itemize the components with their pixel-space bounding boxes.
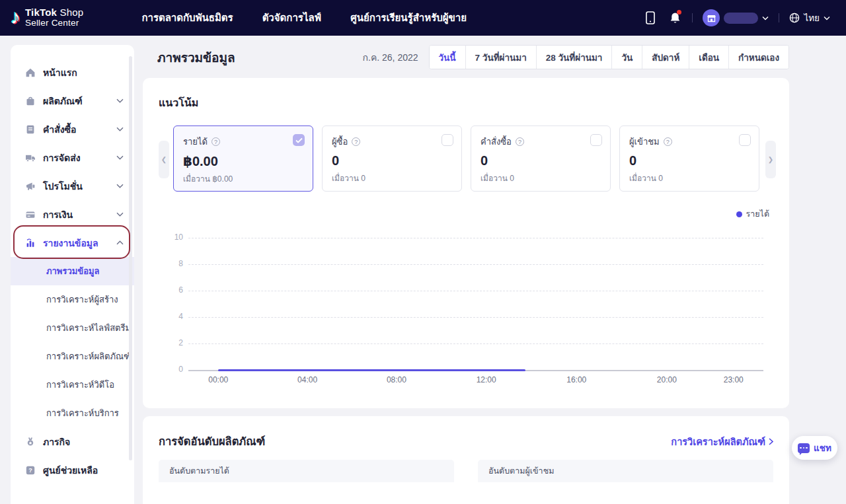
metric-value: 0 <box>481 153 601 168</box>
megaphone-icon <box>25 181 36 192</box>
x-tick: 08:00 <box>387 375 406 384</box>
trend-title: แนวโน้ม <box>159 94 198 111</box>
bag-icon <box>25 96 36 106</box>
gridline <box>188 291 763 291</box>
nav-seller-learning-center[interactable]: ศูนย์การเรียนรู้สำหรับผู้ขาย <box>350 10 467 26</box>
sidebar-item-label: รายงานข้อมูล <box>43 236 98 250</box>
truck-icon <box>25 153 36 163</box>
order-icon <box>25 124 36 135</box>
help-icon[interactable]: ? <box>352 137 360 146</box>
bar-chart-icon <box>25 238 36 248</box>
tiktok-shop-logo[interactable]: ♪ TikTok Shop Seller Center <box>11 7 83 28</box>
metric-card-revenue[interactable]: รายได้? ฿0.00 เมื่อวาน ฿0.00 <box>173 126 313 192</box>
chat-label: แชท <box>814 441 831 455</box>
sidebar-item-products[interactable]: ผลิตภัณฑ์ <box>11 87 134 115</box>
sidebar-item-help-center[interactable]: ? ศูนย์ช่วยเหลือ <box>11 456 134 484</box>
sidebar-item-shipping[interactable]: การจัดส่ง <box>11 143 134 172</box>
cards-scroll-right-button[interactable]: ❯ <box>765 141 776 178</box>
gridline <box>188 343 763 344</box>
y-tick: 0 <box>159 365 183 374</box>
language-selector[interactable]: ไทย <box>789 11 830 25</box>
mobile-app-icon[interactable] <box>643 11 658 25</box>
cards-scroll-left-button[interactable]: ❮ <box>159 141 169 178</box>
metric-value: ฿0.00 <box>183 153 303 169</box>
chevron-right-icon <box>769 438 773 445</box>
logo-subtitle: Seller Center <box>25 18 83 28</box>
metric-yesterday: เมื่อวาน 0 <box>332 172 452 184</box>
y-tick: 8 <box>159 259 183 268</box>
range-last28-button[interactable]: 28 วันที่ผ่านมา <box>536 46 612 69</box>
divider <box>779 13 779 22</box>
notification-bell-icon[interactable] <box>668 11 682 25</box>
table-header: อันดับตามรายได้ <box>159 460 454 482</box>
buyers-checkbox[interactable] <box>442 134 453 146</box>
home-icon <box>25 67 36 78</box>
sidebar-item-label: ศูนย์ช่วยเหลือ <box>43 463 98 478</box>
x-tick: 23:00 <box>724 375 744 384</box>
metric-card-buyers[interactable]: ผู้ซื้อ? 0 เมื่อวาน 0 <box>322 126 462 192</box>
chevron-down-icon <box>762 16 769 20</box>
legend-label: รายได้ <box>746 207 769 221</box>
x-tick: 12:00 <box>477 375 496 384</box>
chart-legend: รายได้ <box>736 207 769 221</box>
logo-shop: Shop <box>60 7 84 18</box>
ranking-title: การจัดอันดับผลิตภัณฑ์ <box>159 433 265 450</box>
sidebar-item-finance[interactable]: การเงิน <box>11 200 134 229</box>
y-tick: 2 <box>159 338 183 347</box>
help-icon[interactable]: ? <box>516 137 524 146</box>
sidebar-item-orders[interactable]: คำสั่งซื้อ <box>11 115 134 143</box>
sidebar-item-label: หน้าแรก <box>43 65 77 80</box>
chevron-down-icon <box>116 184 124 188</box>
range-last7-button[interactable]: 7 วันที่ผ่านมา <box>465 46 536 69</box>
sidebar-item-label: การจัดส่ง <box>43 151 81 165</box>
product-ranking-panel: การจัดอันดับผลิตภัณฑ์ การวิเคราะห์ผลิตภั… <box>143 416 789 504</box>
range-today-button[interactable]: วันนี้ <box>430 46 465 69</box>
card-icon <box>25 209 36 220</box>
sidebar-subitem-livestream-analytics[interactable]: การวิเคราะห์ไลฟ์สตรีม <box>11 314 134 342</box>
gridline <box>188 264 763 265</box>
range-day-button[interactable]: วัน <box>611 46 642 69</box>
metric-card-visitors[interactable]: ผู้เข้าชม? 0 เมื่อวาน 0 <box>619 126 759 192</box>
range-custom-button[interactable]: กำหนดเอง <box>728 46 788 69</box>
metric-value: 0 <box>629 153 750 168</box>
sidebar-subitem-video-analytics[interactable]: การวิเคราะห์วิดีโอ <box>11 371 134 399</box>
table-body <box>478 482 773 504</box>
sidebar-scrollbar[interactable] <box>129 56 132 460</box>
range-week-button[interactable]: สัปดาห์ <box>642 46 689 69</box>
chevron-down-icon <box>116 98 124 103</box>
ranking-table-by-revenue: อันดับตามรายได้ <box>159 460 454 504</box>
metric-card-orders[interactable]: คำสั่งซื้อ? 0 เมื่อวาน 0 <box>471 126 611 192</box>
sidebar-subitem-service-analytics[interactable]: การวิเคราะห์บริการ <box>11 399 134 427</box>
sidebar-subitem-creator-analytics[interactable]: การวิเคราะห์ผู้สร้าง <box>11 285 134 314</box>
sidebar-subitem-data-overview[interactable]: ภาพรวมข้อมูล <box>11 257 134 285</box>
product-analytics-link[interactable]: การวิเคราะห์ผลิตภัณฑ์ <box>671 434 773 449</box>
help-icon: ? <box>25 465 36 476</box>
sidebar-subitem-product-analytics[interactable]: การวิเคราะห์ผลิตภัณฑ์ <box>11 342 134 371</box>
y-tick: 6 <box>159 285 183 295</box>
chat-button[interactable]: แชท <box>792 436 837 460</box>
current-date: ก.ค. 26, 2022 <box>363 50 418 65</box>
notification-badge <box>677 10 681 15</box>
chevron-down-icon <box>116 127 124 131</box>
sidebar-item-data-reports[interactable]: รายงานข้อมูล <box>11 229 134 257</box>
account-menu[interactable] <box>703 9 769 26</box>
help-icon[interactable]: ? <box>664 137 672 146</box>
nav-live-manager[interactable]: ตัวจัดการไลฟ์ <box>262 10 322 26</box>
sidebar-item-label: ผลิตภัณฑ์ <box>43 94 83 108</box>
chevron-down-icon <box>116 155 124 160</box>
help-icon[interactable]: ? <box>212 137 220 146</box>
orders-checkbox[interactable] <box>590 134 602 146</box>
sidebar-item-home[interactable]: หน้าแรก <box>11 58 134 87</box>
sidebar-item-missions[interactable]: ภารกิจ <box>11 427 134 456</box>
range-month-button[interactable]: เดือน <box>689 46 728 69</box>
table-header: อันดับตามผู้เข้าชม <box>478 460 773 482</box>
x-tick: 04:00 <box>297 375 317 384</box>
x-tick: 16:00 <box>566 375 586 384</box>
language-label: ไทย <box>804 11 820 25</box>
revenue-checkbox[interactable] <box>293 134 305 146</box>
x-tick: 20:00 <box>657 375 677 384</box>
visitors-checkbox[interactable] <box>739 134 751 146</box>
nav-affiliate-marketing[interactable]: การตลาดกับพันธมิตร <box>141 10 233 26</box>
x-tick: 00:00 <box>208 375 228 384</box>
sidebar-item-promotions[interactable]: โปรโมชั่น <box>11 172 134 200</box>
